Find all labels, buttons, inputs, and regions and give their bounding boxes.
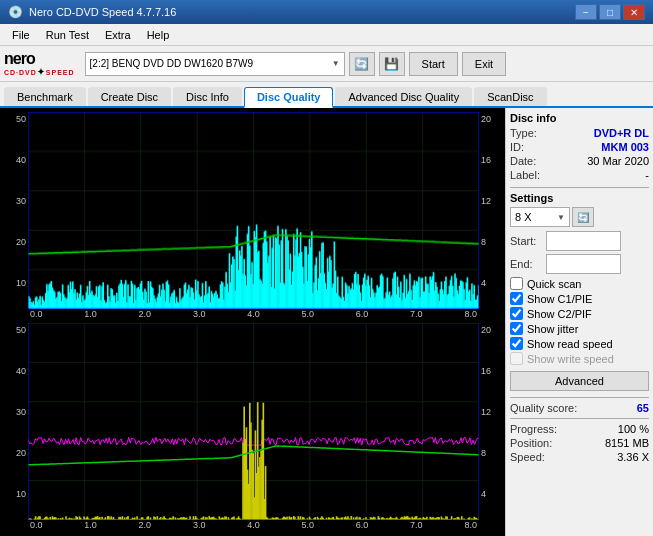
progress-row: Progress: 100 % — [510, 423, 649, 435]
show-c1pie-checkbox[interactable] — [510, 292, 523, 305]
tab-bar: Benchmark Create Disc Disc Info Disc Qua… — [0, 82, 653, 108]
speed-value-progress: 3.36 X — [617, 451, 649, 463]
chart2-main: 0.01.02.03.04.05.06.07.08.0 — [28, 323, 479, 532]
position-value: 8151 MB — [605, 437, 649, 449]
start-row: Start: 0000 MB — [510, 231, 649, 251]
position-label: Position: — [510, 437, 552, 449]
main-content: 50 40 30 20 10 0.01.02.03.04.05.06.07.08… — [0, 108, 653, 536]
start-button[interactable]: Start — [409, 52, 458, 76]
disc-info-section: Disc info Type: DVD+R DL ID: MKM 003 Dat… — [510, 112, 649, 181]
divider3 — [510, 418, 649, 419]
disc-label-label: Label: — [510, 169, 540, 181]
disc-type-label: Type: — [510, 127, 537, 139]
settings-title: Settings — [510, 192, 649, 204]
progress-value: 100 % — [618, 423, 649, 435]
disc-type-row: Type: DVD+R DL — [510, 127, 649, 139]
chart1-canvas — [28, 112, 479, 309]
refresh-button[interactable]: 🔄 — [349, 52, 375, 76]
menu-file[interactable]: File — [4, 27, 38, 43]
chart2-y-right: 20 16 12 8 4 — [479, 323, 501, 532]
menu-bar: File Run Test Extra Help — [0, 24, 653, 46]
drive-label: [2:2] BENQ DVD DD DW1620 B7W9 — [90, 58, 253, 69]
chart1-y-right: 20 16 12 8 4 — [479, 112, 501, 321]
quick-scan-checkbox[interactable] — [510, 277, 523, 290]
exit-button[interactable]: Exit — [462, 52, 506, 76]
show-c2pif-checkbox[interactable] — [510, 307, 523, 320]
chart1-container: 50 40 30 20 10 0.01.02.03.04.05.06.07.08… — [4, 112, 501, 321]
app-icon: 💿 — [8, 5, 23, 19]
advanced-button[interactable]: Advanced — [510, 371, 649, 391]
show-jitter-label: Show jitter — [527, 323, 578, 335]
title-bar-controls: − □ ✕ — [575, 4, 645, 20]
tab-create-disc[interactable]: Create Disc — [88, 87, 171, 106]
chart2-x-labels: 0.01.02.03.04.05.06.07.08.0 — [28, 520, 479, 532]
toolbar: nero CD·DVD✦SPEED [2:2] BENQ DVD DD DW16… — [0, 46, 653, 82]
settings-section: Settings 8 X ▼ 🔄 Start: 0000 MB End: 815… — [510, 192, 649, 391]
divider1 — [510, 187, 649, 188]
title-bar-text: Nero CD-DVD Speed 4.7.7.16 — [29, 6, 176, 18]
show-read-speed-checkbox[interactable] — [510, 337, 523, 350]
start-label: Start: — [510, 235, 542, 247]
speed-combo-arrow: ▼ — [557, 213, 565, 222]
start-input[interactable]: 0000 MB — [546, 231, 621, 251]
title-bar-left: 💿 Nero CD-DVD Speed 4.7.7.16 — [8, 5, 176, 19]
show-c1pie-row: Show C1/PIE — [510, 292, 649, 305]
disc-label-value: - — [645, 169, 649, 181]
tab-benchmark[interactable]: Benchmark — [4, 87, 86, 106]
settings-refresh-btn[interactable]: 🔄 — [572, 207, 594, 227]
end-row: End: 8152 MB — [510, 254, 649, 274]
quality-score-value: 65 — [637, 402, 649, 414]
chart2-canvas — [28, 323, 479, 520]
divider2 — [510, 397, 649, 398]
menu-extra[interactable]: Extra — [97, 27, 139, 43]
logo: nero CD·DVD✦SPEED — [4, 51, 75, 77]
disc-info-title: Disc info — [510, 112, 649, 124]
disc-id-label: ID: — [510, 141, 524, 153]
drive-selector[interactable]: [2:2] BENQ DVD DD DW1620 B7W9 ▼ — [85, 52, 345, 76]
position-row: Position: 8151 MB — [510, 437, 649, 449]
quick-scan-row: Quick scan — [510, 277, 649, 290]
end-label: End: — [510, 258, 542, 270]
chart2-container: 50 40 30 20 10 0.01.02.03.04.05.06.07.08… — [4, 323, 501, 532]
show-jitter-checkbox[interactable] — [510, 322, 523, 335]
minimize-button[interactable]: − — [575, 4, 597, 20]
quality-score-row: Quality score: 65 — [510, 402, 649, 414]
progress-label: Progress: — [510, 423, 557, 435]
logo-sub: CD·DVD✦SPEED — [4, 67, 75, 77]
show-c2pif-row: Show C2/PIF — [510, 307, 649, 320]
save-button[interactable]: 💾 — [379, 52, 405, 76]
disc-id-value: MKM 003 — [601, 141, 649, 153]
tab-scan-disc[interactable]: ScanDisc — [474, 87, 546, 106]
show-c1pie-label: Show C1/PIE — [527, 293, 592, 305]
show-read-speed-row: Show read speed — [510, 337, 649, 350]
speed-label: Speed: — [510, 451, 545, 463]
tab-advanced-disc-quality[interactable]: Advanced Disc Quality — [335, 87, 472, 106]
show-c2pif-label: Show C2/PIF — [527, 308, 592, 320]
show-write-speed-row: Show write speed — [510, 352, 649, 365]
menu-run-test[interactable]: Run Test — [38, 27, 97, 43]
disc-id-row: ID: MKM 003 — [510, 141, 649, 153]
menu-help[interactable]: Help — [139, 27, 178, 43]
right-panel: Disc info Type: DVD+R DL ID: MKM 003 Dat… — [505, 108, 653, 536]
speed-combo[interactable]: 8 X ▼ — [510, 207, 570, 227]
speed-row: 8 X ▼ 🔄 — [510, 207, 649, 227]
show-write-speed-checkbox[interactable] — [510, 352, 523, 365]
chart2-y-left: 50 40 30 20 10 — [4, 323, 28, 532]
speed-value: 8 X — [515, 211, 532, 223]
tab-disc-info[interactable]: Disc Info — [173, 87, 242, 106]
quick-scan-label: Quick scan — [527, 278, 581, 290]
disc-type-value: DVD+R DL — [594, 127, 649, 139]
show-jitter-row: Show jitter — [510, 322, 649, 335]
disc-date-label: Date: — [510, 155, 536, 167]
close-button[interactable]: ✕ — [623, 4, 645, 20]
chart1-y-left: 50 40 30 20 10 — [4, 112, 28, 321]
maximize-button[interactable]: □ — [599, 4, 621, 20]
logo-text: nero — [4, 51, 75, 67]
tab-disc-quality[interactable]: Disc Quality — [244, 87, 334, 108]
disc-date-row: Date: 30 Mar 2020 — [510, 155, 649, 167]
charts-area: 50 40 30 20 10 0.01.02.03.04.05.06.07.08… — [0, 108, 505, 536]
end-input[interactable]: 8152 MB — [546, 254, 621, 274]
show-write-speed-label: Show write speed — [527, 353, 614, 365]
chart1-x-labels: 0.01.02.03.04.05.06.07.08.0 — [28, 309, 479, 321]
quality-score-label: Quality score: — [510, 402, 577, 414]
